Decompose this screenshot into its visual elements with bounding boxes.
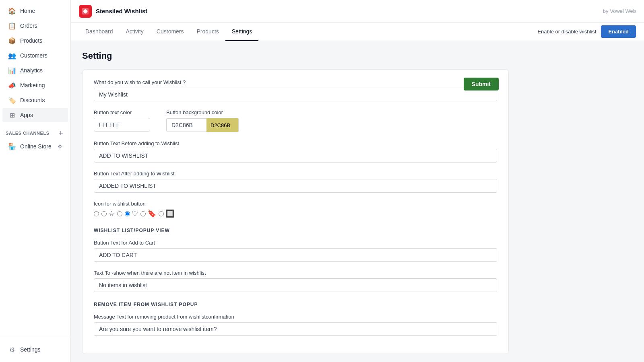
sidebar-item-label: Marketing <box>20 82 45 88</box>
sidebar-item-label: Apps <box>20 112 33 118</box>
sidebar: 🏠 Home 📋 Orders 📦 Products 👥 Customers 📊… <box>0 0 71 362</box>
sidebar-item-label: Home <box>20 8 35 14</box>
btn-text-before-input[interactable] <box>94 149 497 162</box>
radio-option-bookmark[interactable]: 🔲 <box>159 209 174 218</box>
wishlist-name-input[interactable] <box>94 88 497 101</box>
btn-text-color-input[interactable] <box>94 118 150 132</box>
online-store-icon: 🏪 <box>8 142 16 150</box>
btn-text-before-group: Button Text Before adding to Wishlist <box>94 140 497 162</box>
enabled-button[interactable]: Enabled <box>601 25 636 38</box>
radio-none[interactable] <box>94 211 99 216</box>
add-sales-channel-button[interactable] <box>57 129 65 137</box>
wishlist-name-label: What do you wish to call your Wishlist ? <box>94 79 497 85</box>
orders-icon: 📋 <box>8 22 16 30</box>
radio-option-star[interactable]: ☆ <box>101 209 115 218</box>
sidebar-item-label: Discounts <box>20 97 45 103</box>
settings-icon: ⚙ <box>8 346 16 354</box>
app-title: Stensiled Wishlist <box>96 8 147 14</box>
btn-text-color-group: Button text color <box>94 109 150 132</box>
tab-actions: Enable or disable wishlist Enabled <box>537 25 636 38</box>
main-content: Stensiled Wishlist by Vowel Web Dashboar… <box>71 0 644 362</box>
radio-option-bookmark-filled[interactable]: 🔖 <box>140 209 156 218</box>
sidebar-item-apps[interactable]: ⊞ Apps <box>2 108 68 122</box>
btn-text-color-wrapper <box>94 118 150 132</box>
radio-circle[interactable] <box>117 211 122 216</box>
sidebar-nav: 🏠 Home 📋 Orders 📦 Products 👥 Customers 📊… <box>0 0 70 337</box>
btn-bg-color-input[interactable] <box>166 118 206 132</box>
add-to-cart-input[interactable] <box>94 248 497 262</box>
home-icon: 🏠 <box>8 7 16 15</box>
page-title: Setting <box>82 51 633 61</box>
marketing-icon: 📣 <box>8 81 16 89</box>
sidebar-item-orders[interactable]: 📋 Orders <box>2 19 68 33</box>
radio-option-circle[interactable] <box>117 211 122 216</box>
tabbar: Dashboard Activity Customers Products Se… <box>71 23 644 41</box>
radio-bookmark[interactable] <box>159 211 164 216</box>
sidebar-item-settings[interactable]: ⚙ Settings <box>2 342 68 357</box>
sidebar-item-marketing[interactable]: 📣 Marketing <box>2 78 68 93</box>
page-content: Setting Submit What do you wish to call … <box>71 41 644 362</box>
online-store-settings-icon[interactable]: ⚙ <box>58 144 62 150</box>
tab-customers[interactable]: Customers <box>150 23 190 41</box>
analytics-icon: 📊 <box>8 66 16 74</box>
topbar-credit: by Vowel Web <box>603 8 636 14</box>
btn-bg-color-wrapper: D2C86B <box>166 118 239 132</box>
btn-text-after-label: Button Text After adding to Wishlist <box>94 171 497 177</box>
sidebar-settings-label: Settings <box>20 346 41 353</box>
bookmark-icon: 🔲 <box>165 209 174 218</box>
bookmark-filled-icon: 🔖 <box>147 209 156 218</box>
online-store-label: Online Store <box>20 143 52 150</box>
btn-text-before-label: Button Text Before adding to Wishlist <box>94 140 497 146</box>
sidebar-footer: ⚙ Settings <box>0 337 70 362</box>
app-logo: Stensiled Wishlist <box>79 5 147 18</box>
sidebar-item-home[interactable]: 🏠 Home <box>2 4 68 18</box>
customers-icon: 👥 <box>8 51 16 60</box>
btn-bg-color-swatch[interactable]: D2C86B <box>206 118 239 132</box>
discounts-icon: 🏷️ <box>8 96 16 104</box>
remove-msg-label: Message Text for removing product from w… <box>94 314 497 320</box>
sidebar-item-customers[interactable]: 👥 Customers <box>2 48 68 63</box>
apps-icon: ⊞ <box>8 111 16 119</box>
settings-card: Submit What do you wish to call your Wis… <box>82 69 509 354</box>
tab-activity[interactable]: Activity <box>120 23 150 41</box>
remove-msg-group: Message Text for removing product from w… <box>94 314 497 336</box>
star-icon: ☆ <box>108 209 115 218</box>
heart-icon: ♡ <box>132 209 138 218</box>
radio-star[interactable] <box>101 211 107 216</box>
sidebar-item-discounts[interactable]: 🏷️ Discounts <box>2 93 68 107</box>
enable-disable-label: Enable or disable wishlist <box>537 29 596 35</box>
svg-rect-1 <box>84 10 87 13</box>
sidebar-item-label: Analytics <box>20 67 43 74</box>
remove-msg-input[interactable] <box>94 322 497 336</box>
icon-radio-group: ☆ ♡ 🔖 🔲 <box>94 209 497 218</box>
sidebar-item-label: Products <box>20 37 42 44</box>
popup-section-divider: WISHLIST LIST/POPUP VIEW <box>94 228 497 233</box>
products-icon: 📦 <box>8 37 16 45</box>
submit-button[interactable]: Submit <box>464 78 499 90</box>
icon-group: Icon for wishlist button ☆ ♡ <box>94 201 497 218</box>
color-swatch-value: D2C86B <box>211 122 230 128</box>
tab-settings[interactable]: Settings <box>225 23 259 41</box>
btn-bg-color-group: Button background color D2C86B <box>166 109 239 132</box>
radio-option-heart[interactable]: ♡ <box>125 209 138 218</box>
tab-dashboard[interactable]: Dashboard <box>79 23 120 41</box>
tab-products[interactable]: Products <box>190 23 225 41</box>
empty-text-input[interactable] <box>94 278 497 292</box>
btn-text-after-group: Button Text After adding to Wishlist <box>94 171 497 193</box>
sidebar-item-label: Customers <box>20 52 47 59</box>
radio-bookmark-filled[interactable] <box>140 211 146 216</box>
add-to-cart-label: Button Text for Add to Cart <box>94 240 497 246</box>
btn-text-after-input[interactable] <box>94 179 497 193</box>
radio-option-none[interactable] <box>94 211 99 216</box>
remove-section-heading: REMOVE ITEM FROM WISHLIST POPUP <box>94 302 497 307</box>
sales-channels-label: SALES CHANNELS <box>6 131 50 136</box>
empty-text-label: Text To -show when there are not item in… <box>94 270 497 276</box>
sidebar-item-analytics[interactable]: 📊 Analytics <box>2 63 68 78</box>
btn-text-color-label: Button text color <box>94 109 150 115</box>
empty-text-group: Text To -show when there are not item in… <box>94 270 497 292</box>
sales-channels-section: SALES CHANNELS <box>0 123 70 139</box>
radio-heart[interactable] <box>125 211 130 216</box>
sidebar-item-products[interactable]: 📦 Products <box>2 33 68 48</box>
tabs: Dashboard Activity Customers Products Se… <box>79 23 258 41</box>
sidebar-item-online-store[interactable]: 🏪 Online Store ⚙ <box>2 139 68 154</box>
